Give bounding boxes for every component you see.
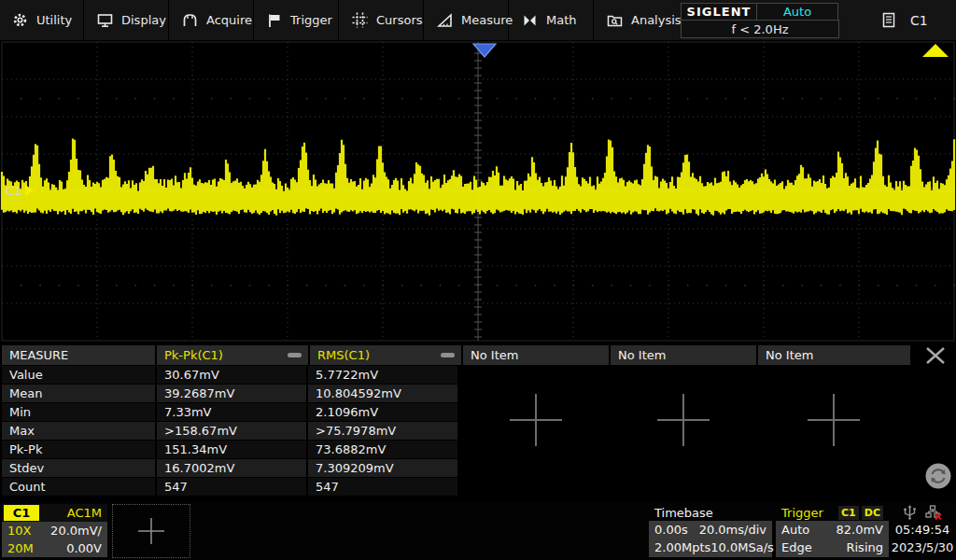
- table-row: Mean 39.2687mV 10.804592mV: [2, 385, 461, 402]
- clock-date: 2023/5/30: [892, 539, 954, 556]
- channel1-coupling: AC1M: [67, 506, 102, 520]
- remove-measurement-button[interactable]: [288, 353, 302, 357]
- measure-value-rms: 2.1096mV: [308, 403, 457, 421]
- measure-value-pkpk: 151.34mV: [157, 441, 306, 458]
- table-row: Pk-Pk 151.34mV 73.6882mV: [2, 441, 461, 458]
- gesture-knob-button[interactable]: [924, 462, 952, 490]
- measure-value-rms: 73.6882mV: [308, 441, 457, 458]
- channel1-scale: 20.0mV/: [50, 524, 102, 538]
- trigger-slope: Rising: [846, 540, 883, 554]
- timebase-delay: 0.00s: [654, 523, 688, 537]
- channel1-bandwidth: 20M: [7, 541, 34, 555]
- measure-row-label: Pk-Pk: [2, 441, 155, 458]
- measure-value-pkpk: 30.67mV: [157, 366, 306, 384]
- table-row: Value 30.67mV 5.7722mV: [2, 366, 461, 384]
- measure-column-empty-3[interactable]: No Item: [758, 345, 910, 365]
- trigger-source-badge: C1: [838, 506, 859, 520]
- add-measurement-button[interactable]: [506, 390, 566, 450]
- remove-measurement-button[interactable]: [441, 353, 455, 357]
- oscilloscope-screen: Utility Display Acquire Trigger: [0, 0, 956, 560]
- table-row: Count 547 547: [2, 478, 461, 496]
- channel1-badge: C1: [4, 505, 39, 521]
- measure-value-rms: 10.804592mV: [308, 385, 457, 402]
- bottom-status-bar: C1 AC1M 10X 20.0mV/ 20M 0.00V: [0, 502, 956, 560]
- add-channel-button[interactable]: [112, 504, 190, 558]
- measure-value-rms: 7.309209mV: [308, 459, 457, 477]
- trigger-position-marker[interactable]: [473, 44, 496, 57]
- measure-value-pkpk: >158.67mV: [157, 422, 306, 440]
- trigger-level-marker[interactable]: [922, 44, 949, 57]
- svg-text:C1: C1: [6, 184, 21, 198]
- measure-column-rms[interactable]: RMS(C1): [310, 345, 461, 365]
- channel1-probe: 10X: [7, 524, 31, 538]
- timebase-points: 2.00Mpts: [654, 540, 710, 554]
- trigger-level: 82.0mV: [836, 523, 883, 537]
- measure-row-label: Value: [2, 366, 155, 384]
- add-measurement-button[interactable]: [654, 390, 713, 450]
- trigger-mode: Auto: [781, 523, 809, 537]
- measure-row-label: Mean: [2, 385, 155, 402]
- measure-value-pkpk: 7.33mV: [157, 403, 306, 421]
- measure-column-empty-1[interactable]: No Item: [463, 345, 609, 365]
- trigger-descriptor-box[interactable]: Trigger C1 DC Auto 82.0mV Edge Rising: [776, 504, 889, 557]
- channel1-offset: 0.00V: [66, 541, 102, 555]
- table-row: Max >158.67mV >75.7978mV: [2, 422, 461, 440]
- measure-table: Value 30.67mV 5.7722mV Mean 39.2687mV 10…: [2, 366, 461, 497]
- measure-panel-title: MEASURE: [2, 345, 155, 365]
- close-measure-panel-button[interactable]: [921, 345, 950, 366]
- trigger-title: Trigger: [781, 506, 823, 520]
- measure-row-label: Min: [2, 403, 155, 421]
- trigger-coupling-badge: DC: [862, 506, 883, 520]
- close-icon: [924, 346, 947, 365]
- lan-disconnected-icon: [925, 505, 942, 520]
- measure-row-label: Stdev: [2, 459, 155, 477]
- timebase-descriptor-box[interactable]: Timebase 0.00s 20.0ms/div 2.00Mpts 10.0M…: [649, 504, 772, 557]
- measure-column-empty-2[interactable]: No Item: [611, 345, 756, 365]
- trigger-type: Edge: [781, 540, 812, 554]
- measure-value-pkpk: 547: [157, 478, 306, 496]
- table-row: Min 7.33mV 2.1096mV: [2, 403, 461, 421]
- timebase-samplerate: 10.0MSa/s: [710, 540, 774, 554]
- clock-status-box: 05:49:54 2023/5/30: [890, 504, 955, 557]
- timebase-scale: 20.0ms/div: [699, 523, 766, 537]
- measure-value-rms: >75.7978mV: [308, 422, 457, 440]
- measure-value-rms: 5.7722mV: [308, 366, 457, 384]
- measure-panel: MEASURE Pk-Pk(C1) RMS(C1) No Item No Ite…: [0, 343, 956, 498]
- timebase-title: Timebase: [654, 506, 713, 520]
- table-row: Stdev 16.7002mV 7.309209mV: [2, 459, 461, 477]
- measure-value-rms: 547: [308, 478, 457, 496]
- measure-row-label: Count: [2, 478, 155, 496]
- plus-icon: [134, 514, 168, 548]
- add-measurement-button[interactable]: [804, 390, 864, 450]
- usb-icon: [904, 505, 916, 520]
- clock-time: 05:49:54: [895, 521, 949, 539]
- channel1-descriptor-box[interactable]: C1 AC1M 10X 20.0mV/ 20M 0.00V: [2, 504, 107, 557]
- measure-value-pkpk: 39.2687mV: [157, 385, 306, 402]
- measure-value-pkpk: 16.7002mV: [157, 459, 306, 477]
- measure-row-label: Max: [2, 422, 155, 440]
- measure-column-pkpk[interactable]: Pk-Pk(C1): [157, 345, 308, 365]
